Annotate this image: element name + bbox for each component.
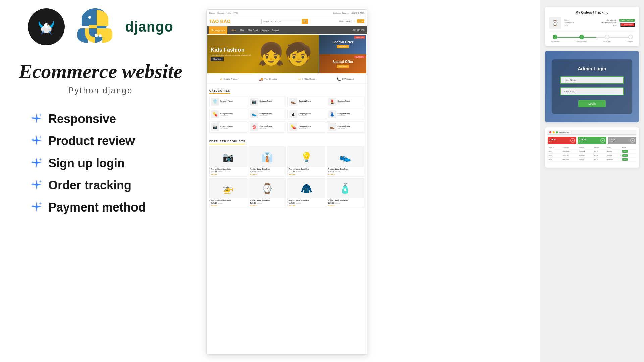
categories-section: CATEGORIES 👕Category Name100 Products 📷C… [207, 84, 367, 135]
my-account[interactable]: My Account ▾ [339, 20, 351, 22]
python-logo [75, 7, 115, 47]
topbar-help[interactable]: Help [227, 12, 231, 14]
hero-section: 👧🧒 Kids Fashion Lorem ipsum dolor sit am… [207, 34, 367, 74]
cat-10[interactable]: 👙Category Name100 Products [249, 121, 286, 133]
page-subtitle: Python django [68, 86, 133, 95]
product-3[interactable]: 💡 Product Name Goes Here $123.00$150.00 … [287, 146, 325, 177]
cat-11[interactable]: 💊Category Name100 Products [287, 121, 325, 133]
cat-7[interactable]: 🖥Category Name100 Products [287, 109, 325, 120]
hero-side-btn-2[interactable]: Shop Now [337, 65, 348, 68]
feature-label-4: Order tracking [48, 178, 131, 192]
cat-4[interactable]: 💄Category Name100 Products [327, 96, 365, 107]
product-7[interactable]: 🧥 Product Name Goes Here $123.00$150.00 … [287, 178, 325, 208]
product-2[interactable]: 👔 Product Name Goes Here $123.00$150.00 … [249, 146, 286, 177]
view-button-3[interactable]: View [622, 158, 628, 161]
bird-logo [28, 8, 65, 45]
search-bar[interactable]: 🔍 [261, 19, 308, 24]
categories-dropdown[interactable]: ☰ Categories ▾ [209, 26, 227, 34]
cart-icon[interactable]: 🛒 0 [357, 19, 364, 23]
dashboard-table: Order ID Customer Product Amount Status … [548, 146, 636, 162]
cat-9[interactable]: 📷Category Name100 Products [209, 121, 247, 133]
nav-home[interactable]: Home [231, 29, 236, 31]
view-button-1[interactable]: View [622, 150, 628, 153]
cat-3[interactable]: 👞Category Name100 Products [287, 96, 325, 107]
col-order-id: Order ID [548, 146, 561, 149]
sparkle-icon-2 [30, 135, 43, 147]
hero-badge-2: SAVE 20% [354, 56, 365, 58]
brand-tao: TAO [209, 19, 220, 24]
nav-shop[interactable]: Shop [239, 29, 244, 31]
admin-password-input[interactable] [560, 87, 624, 95]
step-dot-1: ✓ [553, 35, 557, 39]
header-right: My Account ▾ ♡ 🛒 0 [339, 19, 364, 23]
stat-circle-1: ⊕ [570, 138, 575, 143]
cat-img-2: 📷 [250, 98, 258, 106]
cat-img-9: 📷 [211, 123, 219, 131]
feature-product-review: Product review [30, 134, 171, 148]
cat-1[interactable]: 👕Category Name100 Products [209, 96, 247, 107]
nav-links: Home Shop Shop Detail Pages ▾ Contact [231, 29, 279, 32]
cancel-order-button[interactable]: Cancel Order [620, 23, 635, 27]
product-5[interactable]: 🚁 Product Name Goes Here $123.00$150.00 … [209, 178, 247, 208]
order-tracking-title: My Orders / Tracking [549, 11, 635, 14]
order-tracking-card: My Orders / Tracking ⌚ Name:Item name De… [545, 7, 639, 46]
tracking-progress: ✓ Order Pending ✓ Order Confirmed On the… [549, 35, 635, 42]
nav-right: +012 345 6789 [352, 29, 365, 31]
wishlist-icon[interactable]: ♡ [353, 20, 355, 22]
topbar-customer: Customer Service [333, 12, 349, 14]
topbar-home[interactable]: Home [209, 12, 215, 14]
dash-dot-yellow [553, 131, 555, 133]
col-amount: Amount [593, 146, 606, 149]
product-img-4: 👟 [327, 147, 364, 167]
product-1[interactable]: 📷 Product Name Goes Here $123.00$150.00 … [209, 146, 247, 177]
product-6[interactable]: ⌚ Product Name Goes Here $123.00$150.00 … [249, 178, 286, 208]
search-input[interactable] [262, 19, 301, 24]
support-label: 24/7 Support [342, 78, 354, 80]
cat-12[interactable]: 👞Category Name100 Products [327, 121, 365, 133]
cat-img-5: 💊 [211, 110, 219, 118]
hero-side-btn-1[interactable]: Shop Now [337, 45, 348, 48]
table-row: #003 Bob Jones Product C $30.00 Delivere… [548, 158, 636, 162]
search-button[interactable]: 🔍 [302, 19, 308, 24]
shop-brand[interactable]: TAO BAO [209, 19, 231, 24]
admin-login-button[interactable]: Login [578, 100, 606, 107]
order-item-row: ⌚ Name:Item name Description:Short Descr… [549, 17, 635, 32]
products-grid-1: 📷 Product Name Goes Here $123.00$150.00 … [209, 146, 364, 177]
nav-shop-detail[interactable]: Shop Detail [248, 29, 258, 31]
shop-header: TAO BAO 🔍 My Account ▾ ♡ 🛒 0 [207, 16, 367, 26]
cat-img-8: 👗 [328, 110, 336, 118]
django-logo-text: django [125, 19, 173, 35]
admin-login-panel: Admin Login Login [545, 51, 639, 122]
svg-point-2 [47, 24, 48, 26]
brand-bao: BAO [220, 19, 230, 24]
cat-img-1: 👕 [211, 98, 219, 106]
cat-6[interactable]: 👟Category Name100 Products [249, 109, 286, 120]
admin-login-title: Admin Login [578, 66, 606, 71]
shop-mockup: Home Contact Help FAQ Customer Service +… [206, 9, 367, 355]
left-panel: django Ecommerce website Python django R… [0, 0, 201, 362]
hero-main-shop-now-button[interactable]: Shop Now [211, 57, 224, 61]
view-button-2[interactable]: View [622, 154, 628, 157]
cat-5[interactable]: 💊Category Name100 Products [209, 109, 247, 120]
product-8[interactable]: 🧴 Product Name Goes Here $123.00$150.00 … [327, 178, 365, 208]
cat-2[interactable]: 📷Category Name100 Products [249, 96, 286, 107]
admin-username-input[interactable] [560, 76, 624, 84]
nav-contact[interactable]: Contact [272, 29, 279, 31]
topbar-links: Home Contact Help FAQ [209, 12, 238, 14]
stat-red: 1,504 Total ⊕ [548, 137, 576, 144]
features-list: Responsive Product review Sign up logi [30, 112, 171, 223]
cat-8[interactable]: 👗Category Name100 Products [327, 109, 365, 120]
product-4[interactable]: 👟 Product Name Goes Here $123.00$150.00 … [327, 146, 365, 177]
stat-green: 1,504 Total ⊕ [578, 137, 606, 144]
featured-title: FEATURED PRODUCTS [209, 140, 245, 144]
feature-order-tracking: Order tracking [30, 178, 171, 192]
feature-responsive: Responsive [30, 112, 171, 126]
topbar-contact[interactable]: Contact [217, 12, 224, 14]
right-panel: My Orders / Tracking ⌚ Name:Item name De… [540, 0, 644, 362]
topbar-faq[interactable]: FAQ [234, 12, 238, 14]
feature-label-2: Product review [48, 134, 135, 148]
shipping-label: Free Shipping [264, 78, 277, 80]
feature-payment: Payment method [30, 200, 171, 215]
nav-pages[interactable]: Pages ▾ [261, 29, 269, 32]
stat-gray: 1,504 Total ⊕ [608, 137, 636, 144]
